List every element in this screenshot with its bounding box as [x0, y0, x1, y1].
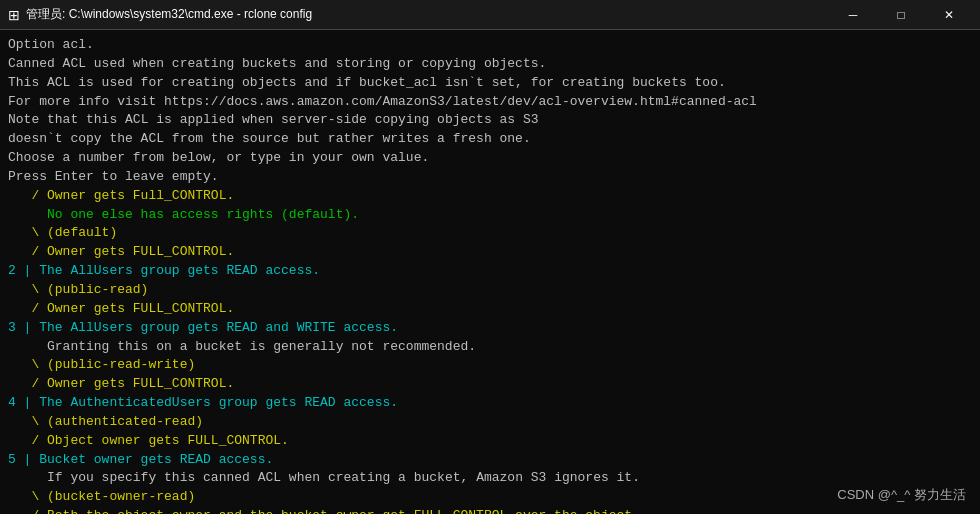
- line-11: \ (default): [8, 224, 972, 243]
- close-button[interactable]: ✕: [926, 0, 972, 30]
- line-13: 2 | The AllUsers group gets READ access.: [8, 262, 972, 281]
- line-3: This ACL is used for creating objects an…: [8, 74, 972, 93]
- line-17: Granting this on a bucket is generally n…: [8, 338, 972, 357]
- maximize-button[interactable]: □: [878, 0, 924, 30]
- window: ⊞ 管理员: C:\windows\system32\cmd.exe - rcl…: [0, 0, 980, 514]
- line-15: / Owner gets FULL_CONTROL.: [8, 300, 972, 319]
- line-6: doesn`t copy the ACL from the source but…: [8, 130, 972, 149]
- line-21: \ (authenticated-read): [8, 413, 972, 432]
- line-8: Press Enter to leave empty.: [8, 168, 972, 187]
- line-5: Note that this ACL is applied when serve…: [8, 111, 972, 130]
- line-25: \ (bucket-owner-read): [8, 488, 972, 507]
- title-text: 管理员: C:\windows\system32\cmd.exe - rclon…: [26, 6, 830, 23]
- line-19: / Owner gets FULL_CONTROL.: [8, 375, 972, 394]
- line-2: Canned ACL used when creating buckets an…: [8, 55, 972, 74]
- title-bar: ⊞ 管理员: C:\windows\system32\cmd.exe - rcl…: [0, 0, 980, 30]
- line-7: Choose a number from below, or type in y…: [8, 149, 972, 168]
- line-18: \ (public-read-write): [8, 356, 972, 375]
- line-10: No one else has access rights (default).: [8, 206, 972, 225]
- line-22: / Object owner gets FULL_CONTROL.: [8, 432, 972, 451]
- terminal-area: Option acl. Canned ACL used when creatin…: [0, 30, 980, 514]
- line-1: Option acl.: [8, 36, 972, 55]
- line-23: 5 | Bucket owner gets READ access.: [8, 451, 972, 470]
- line-12: / Owner gets FULL_CONTROL.: [8, 243, 972, 262]
- line-4: For more info visit https://docs.aws.ama…: [8, 93, 972, 112]
- line-24: If you specify this canned ACL when crea…: [8, 469, 972, 488]
- window-icon: ⊞: [8, 7, 20, 23]
- line-26: / Both the object owner and the bucket o…: [8, 507, 972, 514]
- line-20: 4 | The AuthenticatedUsers group gets RE…: [8, 394, 972, 413]
- minimize-button[interactable]: ─: [830, 0, 876, 30]
- line-14: \ (public-read): [8, 281, 972, 300]
- line-9: / Owner gets Full_CONTROL.: [8, 187, 972, 206]
- window-controls: ─ □ ✕: [830, 0, 972, 30]
- line-16: 3 | The AllUsers group gets READ and WRI…: [8, 319, 972, 338]
